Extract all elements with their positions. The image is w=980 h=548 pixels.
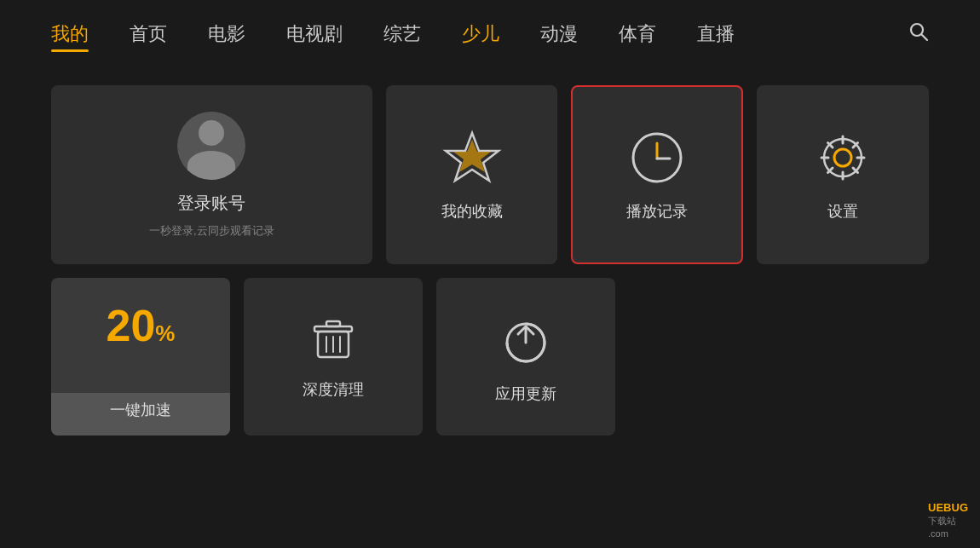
nav-item-anime[interactable]: 动漫	[540, 21, 578, 47]
nav-item-kids[interactable]: 少儿	[462, 21, 499, 47]
avatar-body	[187, 151, 235, 180]
gear-icon	[813, 128, 873, 191]
svg-point-0	[911, 24, 923, 36]
svg-point-7	[834, 149, 851, 166]
avatar	[177, 112, 245, 180]
watermark-brand: UEBUG	[928, 501, 968, 516]
nav-item-home[interactable]: 首页	[130, 21, 167, 47]
nav-item-live[interactable]: 直播	[697, 21, 735, 47]
navigation: 我的 首页 电影 电视剧 综艺 少儿 动漫 体育 直播	[0, 0, 980, 68]
update-icon	[496, 310, 556, 373]
svg-point-8	[824, 139, 862, 176]
nav-item-mine[interactable]: 我的	[51, 21, 89, 47]
speed-unit: %	[155, 320, 175, 346]
clean-label: 深度清理	[303, 379, 364, 400]
star-icon	[442, 128, 502, 191]
main-content: 登录账号 一秒登录,云同步观看记录 我的收藏 播放记录	[0, 68, 980, 453]
speed-label: 一键加速	[110, 400, 171, 420]
favorite-card[interactable]: 我的收藏	[386, 85, 558, 264]
trash-icon	[308, 314, 359, 369]
watermark-ue: UE	[928, 501, 943, 514]
nav-item-movie[interactable]: 电影	[208, 21, 245, 47]
update-card[interactable]: 应用更新	[436, 278, 615, 436]
watermark-bug: BUG	[943, 501, 968, 514]
settings-label: 设置	[827, 201, 858, 222]
login-card[interactable]: 登录账号 一秒登录,云同步观看记录	[51, 85, 372, 264]
bottom-row: 20% 一键加速 深度清理	[51, 278, 929, 436]
nav-item-sports[interactable]: 体育	[619, 21, 656, 47]
nav-item-tv[interactable]: 电视剧	[286, 21, 343, 47]
avatar-head	[199, 120, 224, 146]
speed-card[interactable]: 20% 一键加速	[51, 278, 230, 436]
top-row: 登录账号 一秒登录,云同步观看记录 我的收藏 播放记录	[51, 85, 929, 264]
clean-card[interactable]: 深度清理	[244, 278, 423, 436]
speed-percent: 20%	[107, 303, 176, 348]
svg-line-1	[922, 35, 927, 40]
watermark-domain: .com	[928, 528, 968, 539]
favorite-label: 我的收藏	[441, 201, 503, 222]
login-title: 登录账号	[177, 192, 245, 215]
update-label: 应用更新	[495, 384, 556, 404]
watermark: UEBUG 下载站 .com	[928, 501, 968, 539]
settings-card[interactable]: 设置	[757, 85, 929, 264]
login-subtitle: 一秒登录,云同步观看记录	[149, 223, 274, 239]
nav-item-variety[interactable]: 综艺	[383, 21, 421, 47]
svg-rect-11	[326, 321, 340, 326]
search-icon[interactable]	[908, 21, 929, 47]
watermark-sub: 下载站	[928, 515, 968, 527]
clock-icon	[627, 128, 687, 191]
history-card[interactable]: 播放记录	[571, 85, 743, 264]
history-label: 播放记录	[626, 201, 688, 222]
